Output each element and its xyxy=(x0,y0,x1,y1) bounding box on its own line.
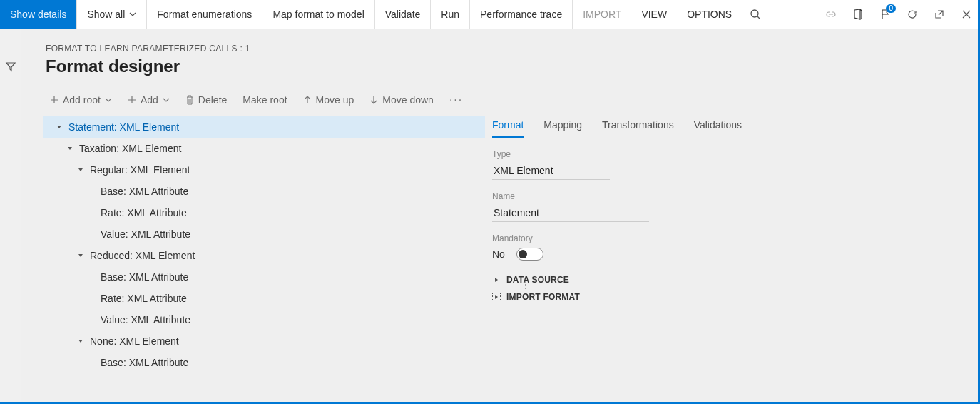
refresh-icon xyxy=(907,9,918,20)
view-menu[interactable]: VIEW xyxy=(631,0,677,29)
tree-row-label: Regular: XML Element xyxy=(86,164,190,176)
properties-tabs: Format Mapping Transformations Validatio… xyxy=(492,116,971,138)
format-enumerations-button[interactable]: Format enumerations xyxy=(147,0,262,29)
tree-row-label: Base: XML Attribute xyxy=(96,357,188,368)
svg-line-1 xyxy=(757,16,760,19)
add-button[interactable]: Add xyxy=(121,91,177,108)
mandatory-label: Mandatory xyxy=(492,233,971,243)
name-input[interactable]: Statement xyxy=(492,204,649,222)
triangle-right-icon xyxy=(492,293,501,301)
popout-icon xyxy=(934,9,945,20)
link-icon xyxy=(825,11,837,18)
tree-row-label: Base: XML Attribute xyxy=(96,186,188,197)
import-format-expander[interactable]: IMPORT FORMAT xyxy=(492,292,971,302)
validate-button[interactable]: Validate xyxy=(375,0,432,29)
expand-arrow-icon[interactable] xyxy=(54,124,64,130)
tree-row[interactable]: Base: XML Attribute xyxy=(43,181,485,202)
delete-button[interactable]: Delete xyxy=(178,91,234,108)
search-button[interactable] xyxy=(742,0,769,29)
refresh-button[interactable] xyxy=(899,0,926,29)
show-all-button[interactable]: Show all xyxy=(77,0,147,29)
tree-row[interactable]: Value: XML Attribute xyxy=(43,223,485,245)
move-down-label: Move down xyxy=(382,94,434,106)
plus-icon xyxy=(50,96,58,104)
tree-row-label: Reduced: XML Element xyxy=(86,250,195,261)
more-button[interactable]: ··· xyxy=(442,91,470,109)
triangle-right-icon xyxy=(492,276,501,284)
delete-label: Delete xyxy=(198,94,227,106)
filter-icon xyxy=(5,61,16,72)
panel-resize-handle[interactable]: ⋮ xyxy=(521,279,531,291)
tab-validations[interactable]: Validations xyxy=(694,116,742,138)
tree-row[interactable]: Regular: XML Element xyxy=(43,159,485,181)
tree-panel: Statement: XML ElementTaxation: XML Elem… xyxy=(43,116,485,373)
content-area: FORMAT TO LEARN PARAMETERIZED CALLS : 1 … xyxy=(21,29,978,402)
tree-row[interactable]: Rate: XML Attribute xyxy=(43,288,485,309)
tree-row[interactable]: None: XML Element xyxy=(43,330,485,352)
name-label: Name xyxy=(492,191,971,201)
expand-arrow-icon[interactable] xyxy=(76,253,86,258)
tab-mapping[interactable]: Mapping xyxy=(543,116,582,138)
data-source-expander[interactable]: DATA SOURCE xyxy=(492,275,971,285)
run-button[interactable]: Run xyxy=(431,0,470,29)
tree-row[interactable]: Reduced: XML Element xyxy=(43,245,485,266)
trash-icon xyxy=(185,95,194,105)
close-icon xyxy=(961,9,971,19)
ellipsis-icon: ··· xyxy=(449,94,463,106)
options-menu[interactable]: OPTIONS xyxy=(677,0,742,29)
tree-row-label: Value: XML Attribute xyxy=(96,314,190,325)
import-menu[interactable]: IMPORT xyxy=(573,0,631,29)
import-format-label: IMPORT FORMAT xyxy=(506,292,580,302)
type-value: XML Element xyxy=(492,162,610,180)
tree-row[interactable]: Statement: XML Element xyxy=(43,116,485,138)
page-title: Format designer xyxy=(21,54,978,76)
tree-row-label: Base: XML Attribute xyxy=(96,271,188,283)
chevron-down-icon xyxy=(105,94,112,106)
tree-toolbar: Add root Add Delete Make root Move up Mo… xyxy=(21,76,978,116)
filter-button[interactable] xyxy=(1,56,21,76)
svg-point-0 xyxy=(751,10,758,17)
chevron-down-icon xyxy=(163,94,170,106)
menubar: Show details Show all Format enumeration… xyxy=(0,0,980,29)
popout-button[interactable] xyxy=(926,0,953,29)
tree-row-label: Taxation: XML Element xyxy=(75,143,181,154)
link-button[interactable] xyxy=(817,0,844,29)
tree-row-label: Rate: XML Attribute xyxy=(96,207,187,218)
add-root-label: Add root xyxy=(63,94,101,106)
office-button[interactable] xyxy=(844,0,872,29)
show-details-button[interactable]: Show details xyxy=(0,0,77,29)
notifications-button[interactable]: 0 xyxy=(872,0,899,29)
tree-row[interactable]: Rate: XML Attribute xyxy=(43,202,485,223)
tree-row[interactable]: Taxation: XML Element xyxy=(43,138,485,159)
move-up-button[interactable]: Move up xyxy=(296,91,362,108)
expand-arrow-icon[interactable] xyxy=(76,338,86,344)
plus-icon xyxy=(128,96,136,104)
expand-arrow-icon[interactable] xyxy=(76,167,86,173)
add-root-button[interactable]: Add root xyxy=(43,91,119,108)
move-down-button[interactable]: Move down xyxy=(362,91,441,108)
show-all-label: Show all xyxy=(87,9,125,20)
close-button[interactable] xyxy=(953,0,980,29)
search-icon xyxy=(750,9,761,20)
office-icon xyxy=(852,9,864,20)
mandatory-toggle[interactable] xyxy=(516,248,543,261)
tab-transformations[interactable]: Transformations xyxy=(602,116,674,138)
type-label: Type xyxy=(492,149,971,159)
tree-row-label: None: XML Element xyxy=(86,335,179,347)
map-format-to-model-button[interactable]: Map format to model xyxy=(262,0,374,29)
make-root-button[interactable]: Make root xyxy=(235,91,294,108)
tree-row[interactable]: Value: XML Attribute xyxy=(43,309,485,330)
tab-format[interactable]: Format xyxy=(492,116,524,138)
tree-row[interactable]: Base: XML Attribute xyxy=(43,352,485,373)
expand-arrow-icon[interactable] xyxy=(65,146,75,151)
notifications-badge: 0 xyxy=(886,4,896,13)
tree-row-label: Rate: XML Attribute xyxy=(96,293,187,304)
properties-panel: Format Mapping Transformations Validatio… xyxy=(485,116,978,373)
performance-trace-button[interactable]: Performance trace xyxy=(470,0,573,29)
arrow-down-icon xyxy=(369,96,378,104)
tree-row-label: Statement: XML Element xyxy=(64,121,179,133)
add-label: Add xyxy=(141,94,158,106)
data-source-label: DATA SOURCE xyxy=(506,275,569,285)
tree-row[interactable]: Base: XML Attribute xyxy=(43,266,485,288)
mandatory-value: No xyxy=(492,248,505,260)
